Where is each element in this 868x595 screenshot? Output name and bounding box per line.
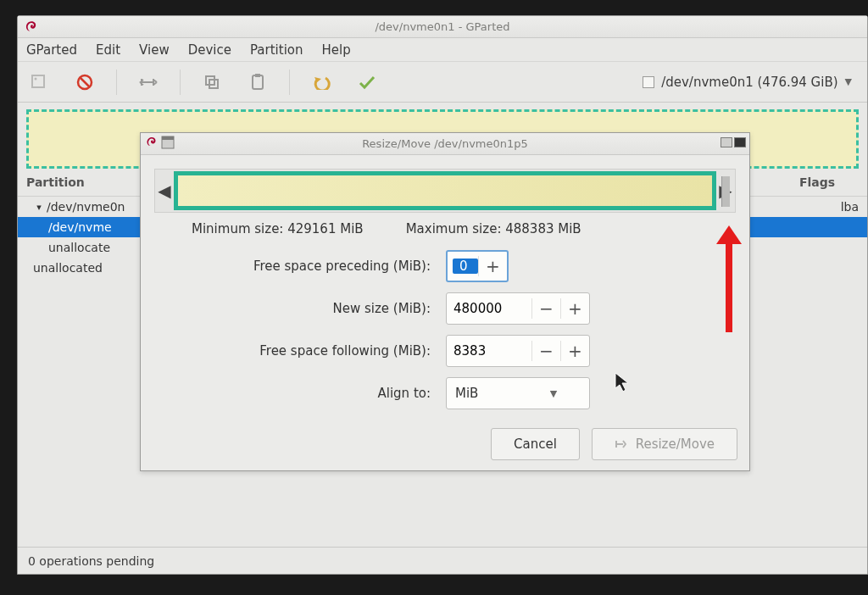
device-selector-label: /dev/nvme0n1 (476.94 GiB) <box>661 75 837 90</box>
partition-resize-slider[interactable]: ◀ ▶ <box>154 169 736 213</box>
statusbar: 0 operations pending <box>18 547 867 574</box>
free-following-input[interactable] <box>447 343 531 359</box>
dialog-buttons: Cancel Resize/Move <box>491 428 737 460</box>
tree-row-label: /dev/nvme0n <box>47 200 125 214</box>
menu-device[interactable]: Device <box>188 42 231 58</box>
resize-move-dialog: Resize/Move /dev/nvme0n1p5 ◀ ▶ Minimum s… <box>140 132 750 471</box>
new-size-spinner[interactable]: − + <box>446 292 590 325</box>
resize-handle[interactable] <box>721 176 730 207</box>
new-partition-icon[interactable] <box>25 68 53 97</box>
window-title: /dev/nvme0n1 - GParted <box>375 20 509 33</box>
toolbar: /dev/nvme0n1 (476.94 GiB) ▼ <box>18 62 867 103</box>
svg-line-3 <box>81 78 89 86</box>
dialog-titlebar: Resize/Move /dev/nvme0n1p5 <box>141 133 749 155</box>
status-text: 0 operations pending <box>28 554 154 568</box>
maximize-button[interactable] <box>721 137 732 147</box>
free-following-spinner[interactable]: − + <box>446 335 590 367</box>
menu-help[interactable]: Help <box>322 42 351 58</box>
column-flags[interactable]: Flags <box>799 175 859 189</box>
chevron-down-icon: ▼ <box>518 388 589 399</box>
column-partition[interactable]: Partition <box>26 175 153 189</box>
svg-rect-0 <box>32 75 44 87</box>
menu-gparted[interactable]: GParted <box>26 42 77 58</box>
window-titlebar: /dev/nvme0n1 - GParted <box>18 16 867 38</box>
flags-cell: lba <box>841 200 859 214</box>
window-icon <box>161 136 175 149</box>
disk-icon <box>643 76 654 88</box>
minus-icon[interactable]: − <box>531 341 560 361</box>
minimum-size-label: Minimum size: 429161 MiB <box>192 221 364 236</box>
triangle-left-icon[interactable]: ◀ <box>155 181 174 201</box>
maximum-size-label: Maximum size: 488383 MiB <box>406 221 581 236</box>
minus-icon[interactable]: − <box>531 298 560 319</box>
svg-rect-6 <box>253 75 263 89</box>
debian-swirl-icon <box>23 19 38 35</box>
new-size-label: New size (MiB): <box>141 301 446 316</box>
svg-rect-7 <box>255 74 260 77</box>
tree-row-label: unallocate <box>48 241 110 254</box>
align-to-label: Align to: <box>141 386 446 401</box>
plus-icon[interactable]: + <box>560 341 589 361</box>
cancel-button[interactable]: Cancel <box>491 428 580 460</box>
free-following-label: Free space following (MiB): <box>141 343 446 359</box>
plus-icon[interactable]: + <box>478 256 507 276</box>
delete-partition-icon[interactable] <box>70 68 99 97</box>
close-button[interactable] <box>734 137 746 147</box>
menu-edit[interactable]: Edit <box>96 42 120 58</box>
chevron-down-icon: ▼ <box>845 76 852 87</box>
separator <box>180 70 181 95</box>
free-preceding-label: Free space preceding (MiB): <box>141 259 446 274</box>
menu-view[interactable]: View <box>139 42 170 58</box>
apply-icon[interactable] <box>353 68 381 97</box>
menu-partition[interactable]: Partition <box>250 42 303 58</box>
resize-form: Free space preceding (MiB): + New size (… <box>141 245 715 414</box>
free-preceding-spinner[interactable]: + <box>446 250 509 282</box>
align-to-combo[interactable]: MiB ▼ <box>446 377 590 409</box>
dialog-title: Resize/Move /dev/nvme0n1p5 <box>362 137 528 150</box>
paste-icon[interactable] <box>243 68 272 97</box>
align-to-value: MiB <box>447 386 518 401</box>
svg-rect-9 <box>162 136 174 140</box>
size-bounds: Minimum size: 429161 MiB Maximum size: 4… <box>192 221 715 236</box>
expander-icon[interactable]: ▾ <box>33 202 45 213</box>
svg-point-1 <box>35 77 37 80</box>
new-size-input[interactable] <box>447 301 531 316</box>
device-selector[interactable]: /dev/nvme0n1 (476.94 GiB) ▼ <box>634 71 860 93</box>
copy-icon[interactable] <box>198 68 226 97</box>
partition-bar[interactable] <box>174 171 716 210</box>
free-preceding-input[interactable] <box>453 259 478 274</box>
tree-row-label: /dev/nvme <box>48 220 112 234</box>
plus-icon[interactable]: + <box>560 298 589 319</box>
separator <box>116 70 117 95</box>
menubar: GParted Edit View Device Partition Help <box>18 38 867 62</box>
undo-icon[interactable] <box>307 68 336 97</box>
resize-move-icon[interactable] <box>134 68 163 97</box>
debian-swirl-icon <box>144 136 158 149</box>
resize-move-button[interactable]: Resize/Move <box>592 428 737 460</box>
tree-row-label: unallocated <box>33 261 103 275</box>
apply-arrow-icon <box>615 437 631 452</box>
separator <box>289 70 290 95</box>
